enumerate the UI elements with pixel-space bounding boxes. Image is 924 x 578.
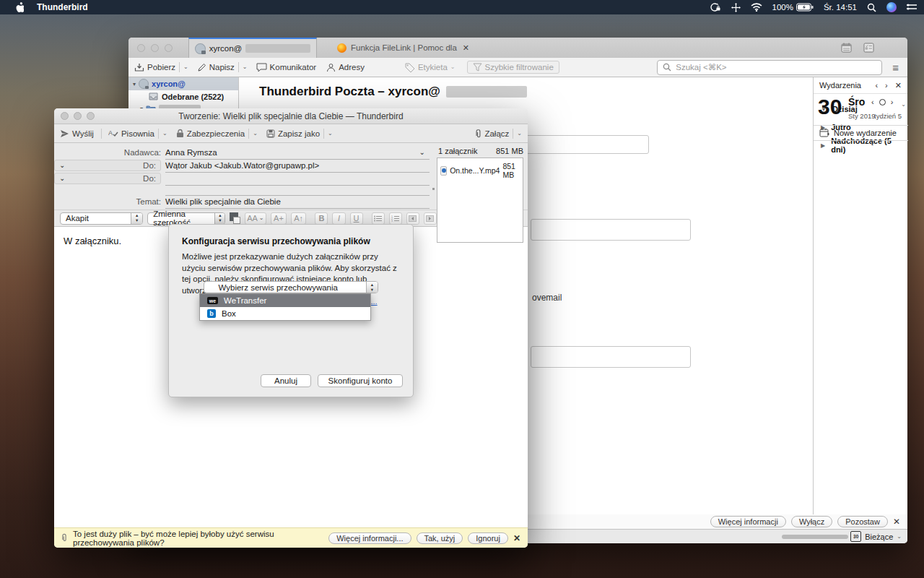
notif-yes-use-button[interactable]: Tak, użyj [417, 532, 463, 544]
italic-button[interactable]: I [332, 212, 345, 225]
attach-button[interactable]: Załącz [475, 129, 509, 139]
save-as-dropdown[interactable]: ⌄ [328, 131, 333, 137]
text-color-picker[interactable] [230, 212, 240, 224]
tasks-filter-dropdown-icon[interactable]: ⌄ [897, 534, 902, 540]
apple-menu-icon[interactable] [14, 2, 24, 13]
global-search-input[interactable]: Szukaj <⌘K> [657, 60, 882, 75]
siri-icon[interactable] [886, 2, 897, 12]
font-size-button[interactable]: AA⌄ [245, 212, 267, 225]
disclosure-open-icon[interactable]: ▾ [133, 81, 136, 87]
get-messages-button[interactable]: Pobierz [134, 63, 175, 72]
form-field[interactable] [531, 346, 691, 368]
close-window-button[interactable] [137, 44, 145, 52]
to-selector-button[interactable]: ⌄ Do: [54, 160, 161, 171]
subject-field[interactable]: Wielki plik specjalnie dla Ciebie [165, 195, 430, 209]
attachment-list[interactable]: On.the...Y.mp4 851 MB [437, 158, 523, 243]
setup-account-button[interactable]: Skonfiguruj konto [318, 374, 403, 387]
security-dropdown[interactable]: ⌄ [253, 131, 258, 137]
calendar-prev-icon[interactable]: ‹ [875, 81, 878, 90]
infobar-keep-button[interactable]: Pozostaw [837, 516, 888, 527]
new-event-icon [819, 128, 829, 137]
tab-close-icon[interactable]: ✕ [463, 43, 469, 53]
notif-ignore-button[interactable]: Ignoruj [468, 532, 508, 544]
paragraph-select[interactable]: Akapit ▴▾ [60, 212, 143, 225]
to-selector-button[interactable]: ⌄ Do: [54, 173, 161, 184]
spelling-dropdown[interactable]: ⌄ [162, 131, 167, 137]
numbered-list-button[interactable]: 123 [389, 212, 402, 225]
indent-button[interactable] [424, 212, 437, 225]
form-field[interactable] [531, 219, 691, 241]
compose-titlebar[interactable]: Tworzenie: Wielki plik specjalnie dla Ci… [54, 108, 528, 124]
notif-more-info-button[interactable]: Więcej informacji... [328, 532, 411, 544]
address-book-button[interactable]: Adresy [326, 63, 365, 72]
rotation-lock-icon[interactable] [710, 2, 721, 12]
zoom-window-button[interactable] [165, 44, 173, 52]
from-label: Nadawca: [54, 148, 161, 157]
infobar-close-icon[interactable]: ✕ [893, 517, 900, 527]
increase-size-button[interactable]: A↑ [291, 212, 307, 225]
security-button[interactable]: Zabezpieczenia [176, 129, 245, 138]
infobar-more-info-button[interactable]: Więcej informacji [710, 516, 786, 527]
bold-button[interactable]: B [315, 212, 328, 225]
spelling-button[interactable]: A Pisownia [108, 129, 154, 138]
mini-prev-icon[interactable]: ‹ [871, 98, 874, 106]
sidebar-item-account[interactable]: ▾ xyrcon@ [128, 77, 238, 90]
calendar-day-number: 30 [818, 95, 842, 119]
calendar-view-toggle-icon[interactable] [841, 43, 852, 53]
to-field[interactable]: Wątor Jakub <Jakub.Wator@grupawp.pl> [165, 159, 430, 173]
notif-close-icon[interactable]: ✕ [513, 533, 520, 543]
app-menu-icon[interactable]: ≡ [892, 61, 899, 74]
today-pane-close-icon[interactable]: ✕ [895, 81, 902, 90]
bullet-list-button[interactable] [372, 212, 385, 225]
today-dot-icon[interactable] [879, 99, 886, 105]
write-dropdown[interactable]: ⌄ [243, 64, 248, 70]
pane-resize-handle[interactable] [432, 188, 435, 190]
calendar-month-year: Sty 2019 [848, 112, 876, 120]
minimize-window-button[interactable] [151, 44, 159, 52]
from-dropdown-icon[interactable]: ⌄ [419, 149, 425, 156]
spotlight-icon[interactable] [867, 3, 876, 12]
bigfile-notification-bar: To jest duży plik – być może lepiej było… [54, 527, 528, 548]
underline-button[interactable]: U [350, 212, 363, 225]
cancel-button[interactable]: Anuluj [261, 374, 311, 387]
get-messages-dropdown[interactable]: ⌄ [183, 64, 188, 70]
tab-mail[interactable]: xyrcon@ [188, 38, 317, 58]
compose-toolbar: Wyślij A Pisownia ⌄ Zabezpieczenia ⌄ Zap… [54, 124, 528, 143]
from-field[interactable]: Anna Rymsza ⌄ [165, 146, 430, 160]
save-as-button[interactable]: Zapisz jako [266, 129, 320, 138]
tag-button[interactable]: Etykieta ⌄ [405, 63, 456, 72]
menu-option-wetransfer[interactable]: we WeTransfer [200, 294, 370, 307]
spellcheck-icon: A [108, 129, 118, 138]
attachment-name: On.the...Y.mp4 [450, 166, 500, 175]
calendar-collapse-icon[interactable]: ⌄ [901, 102, 906, 108]
tab-help-label: Funkcja FileLink | Pomoc dla [351, 43, 457, 52]
attach-dropdown[interactable]: ⌄ [517, 131, 522, 137]
battery-percent-label: 100% [772, 3, 793, 12]
decrease-size-button[interactable]: A+ [271, 212, 287, 225]
infobar-disable-button[interactable]: Wyłącz [791, 516, 832, 527]
menu-option-box[interactable]: b Box [200, 307, 370, 320]
sidebar-item-inbox[interactable]: Odebrane (2522) [128, 90, 238, 103]
wifi-icon[interactable] [751, 3, 762, 12]
provider-select[interactable]: Wybierz serwis przechowywania ▴▾ [204, 281, 378, 293]
chat-button[interactable]: Komunikator [256, 63, 317, 72]
send-button[interactable]: Wyślij [60, 129, 94, 138]
new-event-button[interactable]: Nowe wydarzenie [814, 125, 908, 141]
outdent-button[interactable] [406, 212, 419, 225]
attachment-item[interactable]: On.the...Y.mp4 851 MB [440, 162, 520, 179]
mini-next-icon[interactable]: › [891, 98, 894, 106]
menubar-app-name[interactable]: Thunderbird [37, 2, 88, 12]
calendar-next-icon[interactable]: › [885, 81, 888, 90]
notification-center-icon[interactable] [907, 3, 917, 12]
font-select[interactable]: Zmienna szerokość ▴▾ [147, 212, 225, 225]
current-tasks-calendar-icon: 30 [850, 531, 861, 542]
universal-access-icon[interactable] [731, 3, 741, 12]
menubar-clock[interactable]: Śr. 14:51 [824, 3, 857, 12]
to-field-empty[interactable] [165, 172, 430, 186]
status-scrollbar-thumb[interactable] [782, 535, 848, 539]
section-collapsed-icon[interactable]: ▶ [821, 142, 825, 149]
write-button[interactable]: Napisz [197, 63, 235, 72]
tasks-view-toggle-icon[interactable] [863, 43, 874, 53]
tab-filelink-help[interactable]: Funkcja FileLink | Pomoc dla ✕ [337, 43, 469, 53]
quick-filter-button[interactable]: Szybkie filtrowanie [467, 61, 559, 74]
